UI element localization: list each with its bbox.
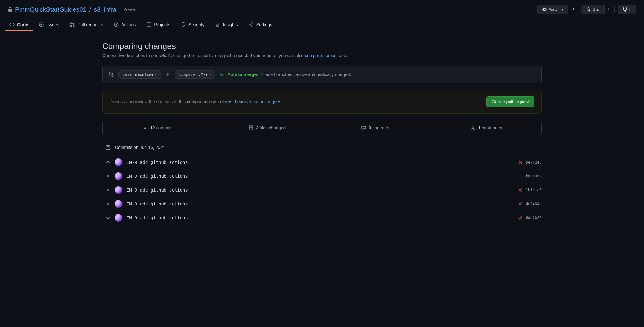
create-pull-request-button[interactable]: Create pull request	[486, 96, 534, 107]
svg-point-10	[144, 127, 146, 129]
tab-code[interactable]: Code	[5, 19, 33, 31]
pr-banner: Discuss and review the changes in this c…	[102, 90, 542, 114]
repo-owner-link[interactable]: PmmQuickStartGuides01	[15, 6, 86, 13]
commit-sha-link[interactable]: 4e2404d	[526, 202, 542, 206]
visibility-badge: Private	[121, 7, 138, 12]
commit-sha-link[interactable]: 1bfdfe0	[526, 188, 542, 192]
x-icon[interactable]	[518, 202, 522, 206]
repo-name-link[interactable]: s3_infra	[94, 6, 116, 13]
svg-point-16	[107, 189, 109, 191]
stat-comments[interactable]: 0 comments	[322, 121, 432, 135]
avatar[interactable]	[115, 172, 122, 180]
avatar[interactable]	[115, 214, 122, 222]
commit-node-icon	[106, 188, 110, 192]
compare-branch-selector[interactable]: compare: IM-9 ▾	[175, 70, 215, 79]
commit-message-link[interactable]: IM-9 add github actions	[127, 201, 514, 206]
tab-code-label: Code	[17, 22, 28, 27]
svg-rect-11	[249, 126, 253, 130]
avatar[interactable]	[115, 186, 122, 194]
page-subtitle: Choose two branches to see what's change…	[102, 53, 542, 58]
compare-branches-row: base: mainline ▾ compare: IM-9 ▾ Able to…	[102, 66, 542, 83]
watch-count[interactable]: 0	[568, 5, 578, 14]
commit-row: IM-9 add github actions b6e6902	[110, 169, 542, 183]
tab-settings-label: Settings	[256, 22, 272, 27]
svg-point-15	[107, 175, 109, 177]
commit-day-label: Commits on Jun 16, 2021	[115, 145, 165, 150]
play-icon	[114, 22, 119, 27]
tab-pulls-label: Pull requests	[77, 22, 103, 27]
commit-timeline: Commits on Jun 16, 2021 IM-9 add github …	[102, 144, 542, 225]
gear-icon	[249, 22, 254, 27]
commits-count: 12	[150, 125, 155, 130]
tab-projects[interactable]: Projects	[142, 19, 175, 31]
commit-sha-link[interactable]: 6dd2b85	[526, 216, 542, 220]
star-icon	[586, 7, 591, 12]
file-diff-icon	[248, 125, 253, 130]
commit-sha-link[interactable]: b6e6902	[526, 174, 542, 178]
tab-security[interactable]: Security	[176, 19, 209, 31]
comment-icon	[361, 125, 366, 130]
tab-issues[interactable]: Issues	[34, 19, 63, 31]
comments-label: comments	[372, 125, 393, 130]
commit-message-link[interactable]: IM-9 add github actions	[127, 187, 514, 193]
commit-node-icon	[106, 160, 110, 164]
svg-point-7	[251, 24, 252, 25]
star-label: Star	[593, 7, 600, 12]
repo-separator: /	[89, 6, 91, 13]
code-icon	[9, 22, 15, 27]
project-icon	[146, 22, 152, 27]
watch-group: Watch ▾ 0	[537, 5, 578, 14]
learn-pull-requests-link[interactable]: Learn about pull requests	[235, 99, 285, 104]
x-icon[interactable]	[518, 188, 522, 192]
star-button[interactable]: Star	[581, 5, 605, 14]
watch-button[interactable]: Watch ▾	[537, 5, 568, 14]
repo-push-icon	[105, 144, 111, 151]
tab-settings[interactable]: Settings	[244, 19, 277, 31]
commit-row: IM-9 add github actions 4e2404d	[110, 197, 542, 211]
stat-commits[interactable]: 12 commits	[103, 121, 212, 135]
avatar[interactable]	[115, 158, 122, 166]
tab-actions[interactable]: Actions	[109, 19, 140, 31]
files-label: files changed	[260, 125, 286, 130]
commit-message-link[interactable]: IM-9 add github actions	[127, 215, 514, 220]
merge-able-label: Able to merge.	[227, 72, 258, 77]
svg-point-9	[112, 75, 113, 77]
commit-message-link[interactable]: IM-9 add github actions	[127, 174, 521, 179]
commits-label: commits	[156, 125, 172, 130]
base-branch-selector[interactable]: base: mainline ▾	[118, 70, 161, 79]
compare-branch-value: IM-9	[199, 72, 208, 77]
svg-point-4	[73, 25, 74, 27]
caret-down-icon: ▾	[155, 72, 157, 77]
svg-point-1	[41, 24, 42, 25]
commit-message-link[interactable]: IM-9 add github actions	[127, 160, 514, 165]
files-count: 2	[256, 125, 259, 130]
shield-icon	[181, 22, 186, 27]
stat-files[interactable]: 2 files changed	[212, 121, 322, 135]
base-prefix: base:	[122, 72, 134, 77]
tab-pulls[interactable]: Pull requests	[65, 19, 107, 31]
stat-contributors[interactable]: 1 contributor	[432, 121, 542, 135]
commit-node-icon	[106, 202, 110, 206]
commit-node-icon	[106, 216, 110, 220]
merge-text: These branches can be automatically merg…	[260, 72, 351, 77]
fork-button[interactable]: F	[618, 5, 636, 14]
avatar[interactable]	[115, 200, 122, 208]
commit-row: IM-9 add github actions 9e7c2e5	[110, 155, 542, 169]
pr-banner-text: Discuss and review the changes in this c…	[110, 99, 285, 104]
commit-icon	[142, 125, 147, 130]
svg-point-18	[107, 217, 109, 218]
tab-insights[interactable]: Insights	[211, 19, 242, 31]
star-count[interactable]: 0	[605, 5, 615, 14]
repo-tabs: Code Issues Pull requests Actions Projec…	[0, 19, 644, 31]
star-group: Star 0	[581, 5, 615, 14]
compare-forks-link[interactable]: compare across forks	[305, 53, 347, 58]
page-title: Comparing changes	[102, 41, 542, 51]
watch-label: Watch	[549, 7, 560, 12]
x-icon[interactable]	[518, 160, 522, 164]
commit-day-header: Commits on Jun 16, 2021	[110, 144, 542, 151]
contributors-count: 1	[478, 125, 480, 130]
commit-sha-link[interactable]: 9e7c2e5	[526, 160, 542, 164]
commit-row: IM-9 add github actions 1bfdfe0	[110, 183, 542, 197]
x-icon[interactable]	[518, 216, 522, 220]
base-branch-value: mainline	[135, 72, 153, 77]
